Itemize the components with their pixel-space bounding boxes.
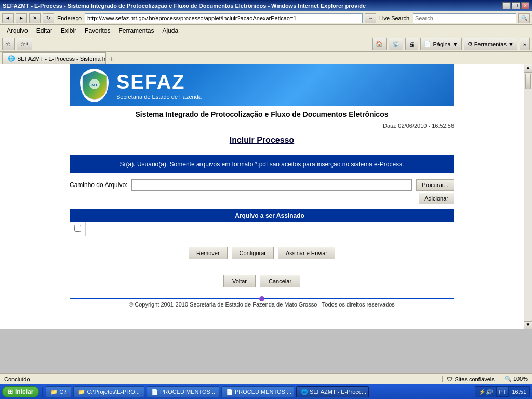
tab-icon: 🌐 — [8, 55, 15, 62]
scroll-track — [524, 73, 532, 321]
file-table: Arquivo a ser Assinado — [70, 209, 454, 236]
system-title-area: Sistema Integrado de Protocolização e Fl… — [70, 106, 454, 121]
home-button[interactable]: 🏠 — [372, 38, 387, 50]
add-favorites-button[interactable]: ☆+ — [17, 38, 32, 50]
date-display: Data: 02/06/2010 - 16:52:56 — [70, 121, 454, 130]
menu-exibir[interactable]: Exibir — [57, 26, 81, 35]
configure-button[interactable]: Configurar — [232, 247, 274, 259]
toolbar: ☆ ☆+ 🏠 📡 🖨 📄 Página ▼ ⚙ Ferramentas ▼ » — [0, 36, 532, 52]
scroll-down-button[interactable]: ▼ — [524, 321, 532, 329]
taskbar-item-c[interactable]: 📁 C:\ — [46, 386, 71, 397]
menu-favoritos[interactable]: Favoritos — [81, 26, 114, 35]
extra-button[interactable]: » — [520, 38, 530, 50]
file-path-input[interactable] — [131, 179, 412, 191]
action-buttons-row: Remover Configurar Assinar e Enviar — [70, 247, 454, 259]
cancel-button[interactable]: Cancelar — [260, 275, 300, 287]
taskbar-item-proc1[interactable]: 📄 PROCEDIMENTOS ... — [147, 386, 219, 397]
footer-text: © Copyright 2001-2010 Secretaria de Esta… — [70, 301, 454, 313]
sign-send-button[interactable]: Assinar e Enviar — [278, 247, 335, 259]
form-title: Incluir Processo — [70, 130, 454, 150]
tab-strip: 🌐 SEFAZMT - E-Process - Sistema Integrad… — [0, 52, 532, 64]
table-row-checkbox[interactable] — [70, 222, 86, 236]
system-tray: ⚡🔊 PT 16:51 — [475, 386, 530, 397]
add-button[interactable]: Adicionar — [419, 193, 454, 204]
forward-button[interactable]: ► — [16, 13, 27, 23]
sefaz-brand-subtitle: Secretaria de Estado de Fazenda — [116, 94, 202, 100]
folder-icon: 📁 — [50, 389, 58, 395]
status-text: Concluído — [4, 376, 218, 382]
doc-icon-2: 📄 — [226, 389, 233, 395]
menu-arquivo[interactable]: Arquivo — [3, 26, 32, 35]
taskbar-item-proc2[interactable]: 📄 PROCEDIMENTOS ... — [221, 386, 294, 397]
taskbar-item-label-5: SEFAZMT - E-Proce... — [310, 389, 366, 395]
back-page-button[interactable]: Voltar — [223, 275, 256, 287]
taskbar-item-sefaz[interactable]: 🌐 SEFAZMT - E-Proce... — [296, 386, 369, 397]
doc-icon: 📄 — [151, 389, 158, 395]
footer-divider — [70, 298, 454, 299]
page-content: MT SEFAZ Secretaria de Estado de Fazenda… — [0, 64, 524, 329]
go-button[interactable]: → — [365, 13, 376, 23]
taskbar: ⊞ Iniciar 📁 C:\ 📁 C:\Projetos\E-PRO... 📄… — [0, 384, 532, 399]
tools-button[interactable]: ⚙ Ferramentas ▼ — [464, 38, 517, 50]
taskbar-item-projects[interactable]: 📁 C:\Projetos\E-PRO... — [73, 386, 144, 397]
close-button[interactable]: ✕ — [521, 2, 529, 9]
menu-bar: Arquivo Editar Exibir Favoritos Ferramen… — [0, 25, 532, 36]
folder-icon-2: 📁 — [78, 389, 85, 395]
restore-button[interactable]: ❐ — [512, 2, 520, 9]
nav-buttons-row: Voltar Cancelar — [70, 275, 454, 287]
windows-icon: ⊞ — [8, 388, 13, 395]
taskbar-item-label-2: C:\Projetos\E-PRO... — [87, 389, 139, 395]
stop-button[interactable]: ✕ — [29, 13, 41, 23]
taskbar-item-label: C:\ — [59, 389, 66, 395]
svg-text:MT: MT — [91, 83, 98, 87]
address-input[interactable] — [85, 13, 363, 23]
tab-title: SEFAZMT - E-Process - Sistema Integrado … — [17, 56, 106, 62]
file-path-label: Caminho do Arquivo: — [70, 181, 127, 189]
refresh-button[interactable]: ↻ — [43, 13, 54, 23]
sefaz-header: MT SEFAZ Secretaria de Estado de Fazenda — [70, 64, 454, 106]
print-button[interactable]: 🖨 — [405, 38, 418, 50]
window-controls: _ ❐ ✕ — [502, 2, 529, 9]
menu-ajuda[interactable]: Ajuda — [158, 26, 182, 35]
tray-icons: ⚡🔊 — [478, 389, 493, 395]
sefaz-logo-area: MT SEFAZ Secretaria de Estado de Fazenda — [80, 69, 202, 102]
table-file-header: Arquivo a ser Assinado — [86, 209, 454, 222]
search-input[interactable] — [413, 13, 516, 23]
table-checkbox-header — [70, 209, 86, 222]
menu-ferramentas[interactable]: Ferramentas — [114, 26, 158, 35]
minimize-button[interactable]: _ — [502, 2, 511, 9]
search-button[interactable]: 🔍 — [518, 13, 530, 23]
scrollbar[interactable]: ▲ ▼ — [524, 64, 532, 329]
menu-editar[interactable]: Editar — [32, 26, 57, 35]
sefaz-shield-logo: MT — [80, 69, 109, 102]
start-button[interactable]: ⊞ Iniciar — [2, 386, 39, 397]
zone-info: 🛡 Sites confiáveis — [442, 376, 494, 382]
info-message-box: Sr(a). Usuário(a). Somente arquivos em f… — [70, 155, 454, 173]
browser-tab[interactable]: 🌐 SEFAZMT - E-Process - Sistema Integrad… — [2, 52, 106, 64]
content-area: MT SEFAZ Secretaria de Estado de Fazenda… — [0, 64, 532, 329]
taskbar-divider — [42, 387, 43, 397]
scroll-thumb[interactable] — [525, 74, 531, 89]
start-label: Iniciar — [15, 388, 33, 395]
taskbar-item-label-4: PROCEDIMENTOS ... — [235, 389, 291, 395]
language-indicator[interactable]: PT — [496, 387, 509, 397]
back-button[interactable]: ◄ — [2, 13, 14, 23]
table-row-filename — [86, 222, 454, 236]
scroll-up-button[interactable]: ▲ — [524, 64, 532, 73]
address-label: Endereço — [57, 15, 82, 21]
sefaz-text-logo: SEFAZ Secretaria de Estado de Fazenda — [116, 71, 202, 100]
rss-button[interactable]: 📡 — [389, 38, 403, 50]
browse-button[interactable]: Procurar... — [416, 179, 454, 191]
address-bar: ◄ ► ✕ ↻ Endereço → Live Search 🔍 — [0, 11, 532, 25]
remove-button[interactable]: Remover — [189, 247, 228, 259]
window-title: SEFAZMT - E-Process - Sistema Integrado … — [3, 3, 366, 9]
window-title-bar: SEFAZMT - E-Process - Sistema Integrado … — [0, 0, 532, 11]
page-wrapper: MT SEFAZ Secretaria de Estado de Fazenda… — [70, 64, 454, 313]
page-button[interactable]: 📄 Página ▼ — [420, 38, 461, 50]
new-tab-button[interactable]: + — [106, 54, 116, 64]
system-title: Sistema Integrado de Protocolização e Fl… — [70, 110, 454, 118]
shield-icon: 🛡 — [447, 376, 453, 382]
favorites-star-button[interactable]: ☆ — [2, 38, 15, 50]
add-button-row: Adicionar — [70, 193, 454, 204]
clock: 16:51 — [512, 389, 526, 395]
